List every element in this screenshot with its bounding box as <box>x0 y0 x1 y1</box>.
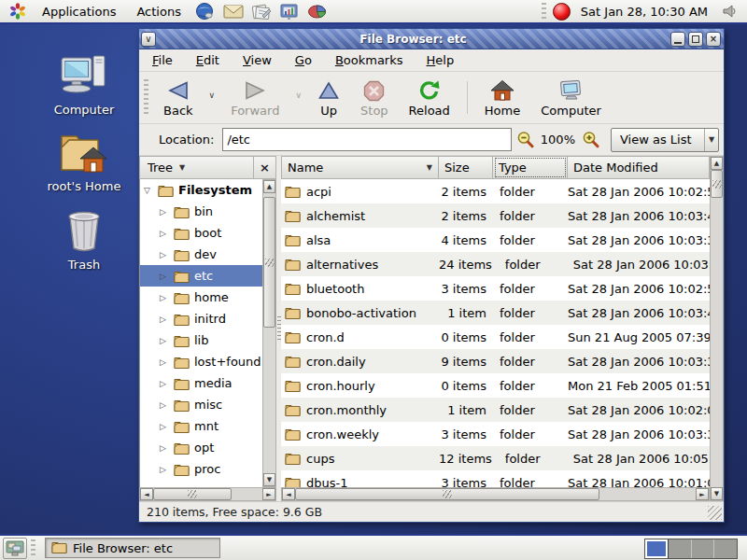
text-document-icon[interactable] <box>251 1 272 21</box>
file-row-cron.monthly[interactable]: cron.monthly 1 item folder Sat 28 Jan 20… <box>281 398 710 422</box>
file-row-cron.weekly[interactable]: cron.weekly 3 items folder Sat 28 Jan 20… <box>281 422 710 446</box>
menu-help[interactable]: Help <box>427 53 455 67</box>
file-row-alchemist[interactable]: alchemist 2 items folder Sat 28 Jan 2006… <box>281 203 710 228</box>
scroll-up-icon[interactable]: ▲ <box>263 180 275 193</box>
workspace-2[interactable] <box>669 539 692 558</box>
expander-icon[interactable]: ▷ <box>160 272 174 281</box>
titlebar[interactable]: ∨ File Browser: etc × <box>139 29 724 49</box>
tree-item-Filesystem[interactable]: ▽ Filesystem <box>140 179 262 201</box>
minimize-button[interactable] <box>670 32 685 47</box>
file-row-acpi[interactable]: acpi 2 items folder Sat 28 Jan 2006 10:0… <box>281 179 710 203</box>
sidebar-pane-selector[interactable]: Tree ▼ <box>139 156 254 179</box>
desktop-icon-roots-home[interactable]: root's Home <box>37 129 131 193</box>
column-header-type[interactable]: Type <box>493 156 568 179</box>
panel-drag-handle[interactable] <box>542 3 546 20</box>
column-header-date-modified[interactable]: Date Modified <box>568 156 710 179</box>
presentation-icon[interactable] <box>279 1 300 21</box>
scroll-down-icon[interactable]: ▼ <box>263 473 275 486</box>
file-row-bonobo-activation[interactable]: bonobo-activation 1 item folder Sat 28 J… <box>281 301 710 325</box>
view-mode-select[interactable]: View as List ▼ <box>611 128 719 152</box>
file-row-cron.daily[interactable]: cron.daily 9 items folder Sat 28 Jan 200… <box>281 349 710 373</box>
volume-icon[interactable] <box>719 1 740 21</box>
file-row-dbus-1[interactable]: dbus-1 3 items folder Sat 28 Jan 2006 10… <box>281 470 710 487</box>
home-button[interactable]: Home <box>474 74 530 121</box>
reload-button[interactable]: Reload <box>399 74 460 121</box>
expander-icon[interactable]: ▽ <box>144 186 158 195</box>
forward-dropdown-button[interactable]: ∨ <box>289 91 307 100</box>
tree-item-bin[interactable]: ▷ bin <box>140 201 262 222</box>
workspace-4[interactable] <box>714 539 737 558</box>
computer-button[interactable]: Computer <box>530 74 612 121</box>
list-vertical-scrollbar[interactable]: ▲ ▼ <box>710 156 724 501</box>
tree-item-proc[interactable]: ▷ proc <box>140 458 262 480</box>
expander-icon[interactable]: ▷ <box>160 357 174 367</box>
scroll-left-icon[interactable]: ◄ <box>282 488 295 500</box>
pie-chart-icon[interactable] <box>307 1 328 21</box>
tree-item-lib[interactable]: ▷ lib <box>140 329 262 351</box>
tree-item-opt[interactable]: ▷ opt <box>140 437 262 458</box>
tree-item-dev[interactable]: ▷ dev <box>140 244 262 265</box>
stop-button[interactable]: Stop <box>350 74 399 121</box>
expander-icon[interactable]: ▷ <box>160 336 174 345</box>
expander-icon[interactable]: ▷ <box>160 400 174 410</box>
zoom-in-icon[interactable] <box>582 131 599 148</box>
window-menu-button[interactable]: ∨ <box>141 32 156 47</box>
expander-icon[interactable]: ▷ <box>160 229 174 238</box>
expander-icon[interactable]: ▷ <box>160 250 174 259</box>
tree-item-lost+found[interactable]: ▷ lost+found <box>140 351 262 372</box>
file-row-cron.d[interactable]: cron.d 0 items folder Sun 21 Aug 2005 07… <box>281 325 710 349</box>
web-browser-icon[interactable] <box>195 1 216 21</box>
actions-menu[interactable]: Actions <box>126 0 191 22</box>
expander-icon[interactable]: ▷ <box>160 293 174 302</box>
toolbar-drag-handle[interactable] <box>144 79 148 116</box>
scrollbar-thumb[interactable] <box>153 488 232 500</box>
tree-item-media[interactable]: ▷ media <box>140 372 262 394</box>
workspace-3[interactable] <box>692 539 715 558</box>
scrollbar-thumb[interactable] <box>711 170 723 198</box>
desktop-icon-trash[interactable]: Trash <box>37 207 131 272</box>
scroll-up-icon[interactable]: ▲ <box>711 157 723 170</box>
back-dropdown-button[interactable]: ∨ <box>204 91 221 100</box>
menu-edit[interactable]: Edit <box>196 53 219 67</box>
scroll-down-icon[interactable]: ▼ <box>711 487 723 500</box>
task-button-file-browser[interactable]: File Browser: etc <box>45 538 220 558</box>
alert-icon[interactable] <box>553 3 571 21</box>
file-row-alternatives[interactable]: alternatives 24 items folder Sat 28 Jan … <box>281 252 710 276</box>
column-header-size[interactable]: Size <box>439 156 493 179</box>
menu-go[interactable]: Go <box>295 53 312 67</box>
tree-item-etc[interactable]: ▷ etc <box>140 265 262 287</box>
menu-view[interactable]: View <box>243 53 272 67</box>
clock[interactable]: Sat Jan 28, 10:30 AM <box>573 5 715 19</box>
menu-bookmarks[interactable]: Bookmarks <box>335 53 403 67</box>
panel-drag-handle[interactable] <box>31 539 35 556</box>
maximize-button[interactable] <box>688 32 703 47</box>
tree-item-initrd[interactable]: ▷ initrd <box>140 308 262 329</box>
show-desktop-button[interactable] <box>3 538 27 559</box>
forward-button[interactable]: Forward <box>220 74 289 121</box>
zoom-out-icon[interactable] <box>516 131 534 148</box>
tree-horizontal-scrollbar[interactable]: ◄ ► <box>139 487 276 501</box>
menu-file[interactable]: File <box>152 53 173 67</box>
file-row-cron.hourly[interactable]: cron.hourly 0 items folder Mon 21 Feb 20… <box>281 373 710 398</box>
file-row-bluetooth[interactable]: bluetooth 3 items folder Sat 28 Jan 2006… <box>281 276 710 301</box>
applications-menu[interactable]: Applications <box>32 0 126 22</box>
scrollbar-thumb[interactable] <box>263 197 275 328</box>
workspace-1[interactable] <box>645 539 669 558</box>
scrollbar-thumb[interactable] <box>295 488 599 500</box>
expander-icon[interactable]: ▷ <box>160 315 174 324</box>
tree-item-boot[interactable]: ▷ boot <box>140 222 262 244</box>
list-horizontal-scrollbar[interactable]: ◄ ► <box>281 487 710 501</box>
expander-icon[interactable]: ▷ <box>160 207 174 217</box>
up-button[interactable]: Up <box>307 74 350 121</box>
tree-item-home[interactable]: ▷ home <box>140 287 262 308</box>
tree-item-misc[interactable]: ▷ misc <box>140 394 262 415</box>
tree-item-mnt[interactable]: ▷ mnt <box>140 415 262 437</box>
chevron-down-icon[interactable]: ▼ <box>704 129 718 151</box>
sidebar-close-button[interactable]: × <box>254 156 276 179</box>
tree-vertical-scrollbar[interactable]: ▲ ▼ <box>262 179 276 487</box>
desktop-icon-computer[interactable]: Computer <box>37 52 131 117</box>
applications-pinwheel-icon[interactable] <box>7 1 28 21</box>
expander-icon[interactable]: ▷ <box>160 422 174 431</box>
scroll-left-icon[interactable]: ◄ <box>140 488 153 500</box>
file-row-alsa[interactable]: alsa 4 items folder Sat 28 Jan 2006 10:0… <box>281 228 710 252</box>
